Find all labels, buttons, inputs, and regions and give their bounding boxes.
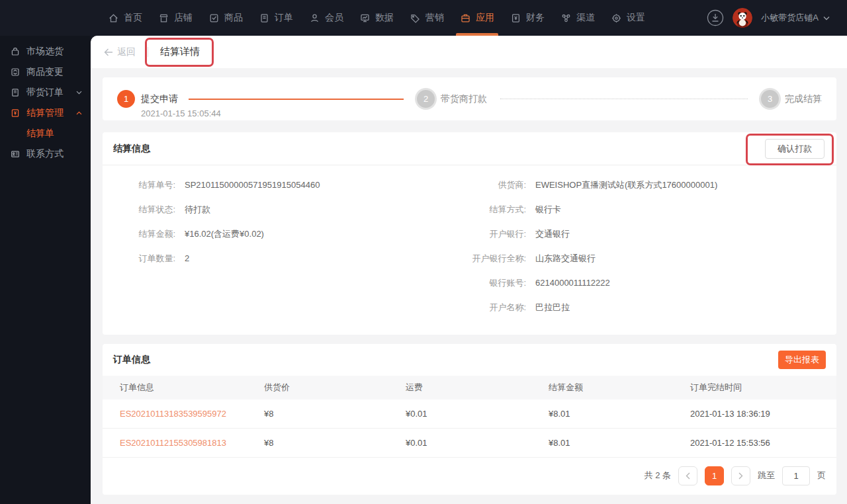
- data-icon: [359, 13, 371, 24]
- nav-item-marketing[interactable]: 营销: [410, 0, 444, 36]
- home-icon: [108, 13, 119, 24]
- nav-label: 应用: [476, 12, 494, 24]
- nav-item-order[interactable]: 订单: [259, 0, 293, 36]
- cell-shipping: ¥0.01: [388, 409, 531, 419]
- sidebar-label: 带货订单: [26, 87, 64, 99]
- nav-label: 数据: [375, 12, 394, 24]
- field-value: 交通银行: [535, 229, 570, 239]
- col-order-info: 订单信息: [103, 382, 247, 394]
- app-icon: [460, 13, 471, 24]
- field-label: 订单数量:: [103, 253, 175, 264]
- nav-menu: 首页 店铺 商品 订单 会员 数据 营销 应用: [108, 0, 645, 36]
- page-unit-label: 页: [817, 470, 826, 482]
- nav-item-goods[interactable]: 商品: [208, 0, 243, 36]
- chevron-right-icon: [738, 472, 743, 480]
- nav-item-finance[interactable]: 财务: [510, 0, 545, 36]
- nav-label: 财务: [526, 12, 545, 24]
- field-settlement-no: 结算单号: SP21011500000571951915054460: [103, 180, 320, 190]
- nav-item-home[interactable]: 首页: [108, 0, 142, 36]
- col-shipping: 运费: [388, 382, 531, 394]
- sidebar-item-market[interactable]: 市场选货: [0, 41, 91, 62]
- page-1-button[interactable]: 1: [705, 466, 724, 485]
- avatar-panda-image: [733, 8, 752, 28]
- settlement-left-column: 结算单号: SP21011500000571951915054460 结算状态:…: [103, 180, 320, 278]
- back-arrow-icon: [104, 48, 113, 56]
- step-1-time: 2021-01-15 15:05:44: [141, 108, 221, 118]
- chevron-up-icon: [76, 111, 82, 115]
- back-button[interactable]: 返回: [104, 46, 136, 58]
- page-title: 结算详情: [160, 46, 200, 58]
- field-value: 银行卡: [535, 204, 561, 215]
- settlement-info-card: 结算信息 确认打款 结算单号: SP2101150000057195191505…: [103, 132, 836, 335]
- field-label: 结算方式:: [453, 204, 526, 215]
- store-switcher[interactable]: 小敏带货店铺A: [761, 12, 830, 24]
- nav-item-data[interactable]: 数据: [359, 0, 394, 36]
- nav-item-settings[interactable]: 设置: [611, 0, 645, 36]
- nav-label: 渠道: [576, 12, 595, 24]
- sidebar-label: 联系方式: [26, 148, 64, 160]
- col-finish-time: 订单完结时间: [673, 382, 836, 394]
- field-account-name: 开户名称: 巴拉巴拉: [453, 302, 717, 313]
- field-settlement-amount: 结算金额: ¥16.02(含运费¥0.02): [103, 229, 320, 239]
- jump-label: 跳至: [758, 470, 775, 482]
- sidebar-item-goods-change[interactable]: 商品变更: [0, 62, 91, 82]
- shop-icon: [158, 13, 169, 24]
- field-settle-method: 结算方式: 银行卡: [453, 204, 717, 215]
- settlement-card-title: 结算信息: [113, 143, 150, 155]
- nav-label: 首页: [124, 12, 142, 24]
- goods-change-icon: [10, 67, 21, 77]
- sidebar-item-contact[interactable]: 联系方式: [0, 144, 91, 164]
- cell-amount: ¥8.01: [531, 409, 673, 419]
- settlement-right-column: 供货商: EWEISHOP直播测试站(联系方式17600000001) 结算方式…: [453, 180, 717, 327]
- step-connector-solid: [189, 99, 404, 100]
- field-label: 结算单号:: [103, 180, 175, 190]
- channel-icon: [560, 13, 572, 24]
- chevron-down-icon: [823, 16, 830, 21]
- avatar[interactable]: [733, 8, 752, 28]
- cell-finish-time: 2021-01-12 15:53:56: [673, 438, 836, 448]
- field-value: 6214000011112222: [535, 278, 610, 288]
- sidebar-label: 结算管理: [26, 107, 64, 119]
- order-number-link[interactable]: ES20210113183539595972: [103, 409, 247, 419]
- sidebar-label: 商品变更: [26, 66, 64, 78]
- settings-icon: [611, 13, 622, 24]
- nav-item-channel[interactable]: 渠道: [560, 0, 595, 36]
- store-name: 小敏带货店铺A: [761, 12, 819, 24]
- step-1-label: 提交申请: [141, 93, 178, 105]
- page-jump-input[interactable]: [782, 466, 810, 485]
- field-value: EWEISHOP直播测试站(联系方式17600000001): [535, 180, 717, 190]
- steps-card: 1 提交申请 2021-01-15 15:05:44 2 带货商打款 3 完成结…: [103, 77, 836, 120]
- orders-table-header: 订单信息 供货价 运费 结算金额 订单完结时间: [103, 376, 836, 399]
- field-value: 待打款: [185, 204, 210, 215]
- nav-item-app[interactable]: 应用: [460, 0, 494, 36]
- prev-page-button[interactable]: [678, 466, 697, 485]
- nav-label: 设置: [627, 12, 645, 24]
- navbar-right: 小敏带货店铺A: [707, 8, 830, 28]
- step-connector-dotted: [500, 99, 748, 99]
- field-label: 供货商:: [453, 180, 526, 190]
- finance-icon: [510, 13, 521, 24]
- nav-label: 店铺: [174, 12, 193, 24]
- sidebar-item-settlement-sheet[interactable]: 结算单: [0, 123, 91, 144]
- orders-card-header: 订单信息 导出报表: [103, 344, 836, 376]
- market-icon: [10, 46, 21, 57]
- settlement-card-header: 结算信息 确认打款: [103, 132, 836, 165]
- download-icon[interactable]: [707, 9, 724, 26]
- field-label: 结算金额:: [103, 229, 175, 239]
- contact-icon: [10, 149, 21, 159]
- export-report-button[interactable]: 导出报表: [778, 351, 826, 369]
- nav-item-shop[interactable]: 店铺: [158, 0, 193, 36]
- marketing-icon: [410, 13, 421, 24]
- header-divider: [148, 47, 148, 57]
- sidebar-item-carry-orders[interactable]: 带货订单: [0, 82, 91, 103]
- next-page-button[interactable]: [731, 466, 750, 485]
- nav-item-member[interactable]: 会员: [309, 0, 343, 36]
- sidebar-item-settlement[interactable]: 结算管理: [0, 103, 91, 123]
- order-icon: [259, 13, 270, 24]
- confirm-payment-button[interactable]: 确认打款: [765, 139, 825, 159]
- content-area: 返回 结算详情 1 提交申请 2021-01-15 15:05:44 2 带货商…: [91, 36, 847, 504]
- field-settlement-status: 结算状态: 待打款: [103, 204, 320, 215]
- orders-card-title: 订单信息: [113, 354, 150, 366]
- order-number-link[interactable]: ES20210112155305981813: [103, 438, 247, 448]
- sidebar-label: 结算单: [26, 128, 54, 140]
